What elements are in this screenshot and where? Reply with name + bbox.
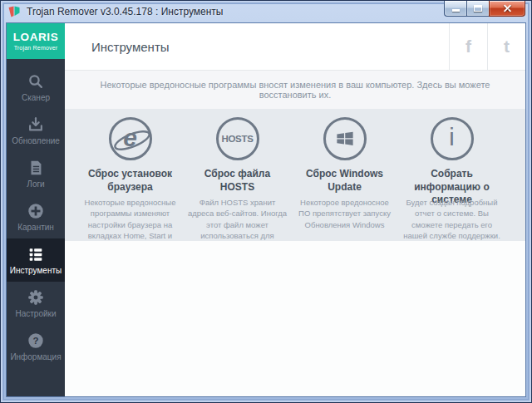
hosts-icon: HOSTS [216,117,259,160]
page-title: Инструменты [91,40,170,54]
app-logo-icon [7,5,21,18]
minimize-button[interactable] [444,1,466,17]
gear-icon [27,288,45,307]
sidebar-item-scanner[interactable]: Сканер [7,66,65,109]
close-button[interactable] [489,1,525,17]
tools-grid: e Сброс установок браузера Некоторые вре… [65,109,525,241]
close-icon [503,4,512,13]
main-area: Инструменты f t Некоторые вредоносные пр… [65,23,525,396]
svg-text:?: ? [33,336,39,346]
sidebar-item-settings[interactable]: Настройки [7,282,65,325]
list-icon [27,245,45,263]
app-logo: LOARIS Trojan Remover [7,23,65,59]
sidebar-item-info[interactable]: ? Информация [7,325,65,368]
twitter-icon: t [504,37,510,57]
question-circle-icon: ? [27,332,45,350]
sidebar-item-tools[interactable]: Инструменты [7,238,65,282]
window-controls [444,1,525,17]
window-title: Trojan Remover v3.0.45.178 : Инструменты [27,6,223,17]
tool-title: Сброс установок браузера [79,168,181,194]
sidebar-item-logs[interactable]: Логи [7,152,65,195]
document-icon [27,159,45,177]
social-links: f t [449,23,525,70]
windows-icon [323,117,367,160]
sidebar-item-quarantine[interactable]: Карантин [7,195,65,238]
tool-title: Сброс Windows Update [293,168,396,194]
tool-description: Будет создан подробный отчет о системе. … [401,197,503,241]
info-banner-text: Некоторые вредоносные программы вносят и… [65,80,525,100]
twitter-button[interactable]: t [487,23,525,70]
client-area: LOARIS Trojan Remover Сканер [6,22,526,397]
plus-circle-icon [27,202,45,220]
maximize-button[interactable] [466,1,489,17]
download-icon [27,115,45,134]
facebook-icon: f [466,37,471,57]
sidebar: LOARIS Trojan Remover Сканер [7,23,65,396]
minimize-icon [452,9,460,12]
app-window: Trojan Remover v3.0.45.178 : Инструменты… [0,0,532,403]
content-empty-area [65,241,525,396]
maximize-icon [474,5,482,12]
search-icon [27,72,45,91]
logo-brand: LOARIS [13,32,59,43]
sidebar-nav: Сканер Обновление [7,66,65,368]
tool-title: Собрать информацию о системе [401,168,503,194]
titlebar[interactable]: Trojan Remover v3.0.45.178 : Инструменты [1,1,531,22]
info-banner: Некоторые вредоносные программы вносят и… [65,71,525,109]
ie-browser-icon: e [109,117,152,160]
tool-description: Некоторое вредоносное ПО препятствует за… [293,197,396,230]
logo-subtitle: Trojan Remover [14,45,58,51]
info-icon: i [431,117,474,160]
facebook-button[interactable]: f [449,23,487,70]
tool-title: Сброс файла HOSTS [186,168,288,194]
page-header: Инструменты f t [65,23,525,71]
sidebar-item-update[interactable]: Обновление [7,109,65,152]
